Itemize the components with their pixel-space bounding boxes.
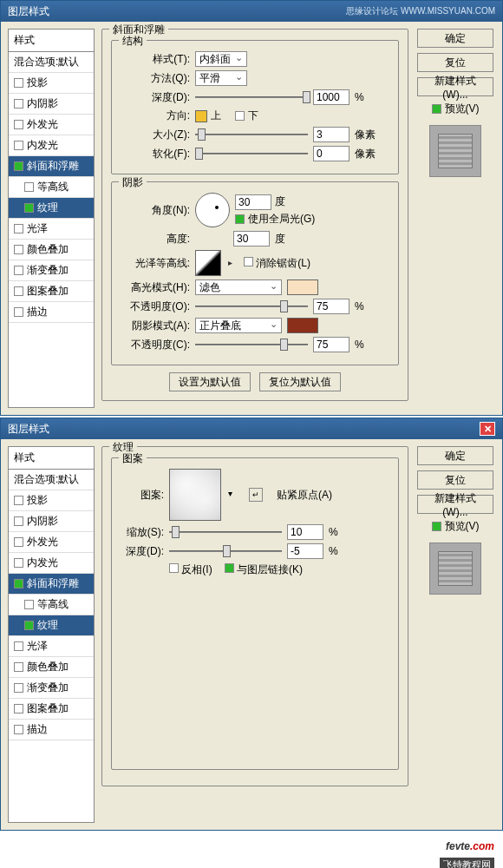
inner-shadow-item[interactable]: 内阴影 bbox=[9, 94, 94, 115]
pattern-title: 图案 bbox=[119, 451, 147, 466]
scale-input[interactable] bbox=[287, 524, 323, 540]
soften-input[interactable] bbox=[313, 146, 349, 161]
link-layer-check[interactable] bbox=[225, 563, 234, 573]
outer-glow-item[interactable]: 外发光 bbox=[9, 532, 94, 553]
preview-check[interactable] bbox=[432, 104, 441, 114]
depth-label: 深度(D): bbox=[121, 544, 164, 559]
invert-check[interactable] bbox=[169, 563, 179, 573]
pattern-overlay-item[interactable]: 图案叠加 bbox=[9, 699, 94, 720]
depth-input[interactable] bbox=[313, 89, 349, 105]
shadow-opacity-slider[interactable] bbox=[195, 339, 308, 351]
satin-item[interactable]: 光泽 bbox=[9, 219, 94, 240]
new-style-button[interactable]: 新建样式(W)... bbox=[417, 495, 493, 514]
ok-button[interactable]: 确定 bbox=[417, 446, 493, 465]
bevel-item[interactable]: 斜面和浮雕 bbox=[9, 156, 94, 177]
contour-item[interactable]: 等高线 bbox=[9, 595, 94, 615]
titlebar: 图层样式 思缘设计论坛 WWW.MISSYUAN.COM bbox=[1, 1, 502, 22]
highlight-opacity-slider[interactable] bbox=[195, 300, 308, 312]
dir-down-radio[interactable] bbox=[235, 111, 245, 121]
pattern-picker[interactable] bbox=[169, 469, 221, 521]
depth-label: 深度(D): bbox=[121, 90, 190, 105]
highlight-color-swatch[interactable] bbox=[287, 279, 318, 295]
blend-options-item[interactable]: 混合选项:默认 bbox=[9, 470, 94, 490]
ok-button[interactable]: 确定 bbox=[417, 29, 493, 48]
new-style-button[interactable]: 新建样式(W)... bbox=[417, 77, 493, 96]
highlight-mode-select[interactable]: 滤色 bbox=[195, 279, 282, 295]
dir-up-radio[interactable] bbox=[195, 110, 207, 122]
blend-options-item[interactable]: 混合选项:默认 bbox=[9, 52, 94, 73]
cancel-button[interactable]: 复位 bbox=[417, 470, 493, 490]
preview-check[interactable] bbox=[432, 522, 441, 531]
outer-glow-item[interactable]: 外发光 bbox=[9, 115, 94, 135]
grad-overlay-item[interactable]: 渐变叠加 bbox=[9, 678, 94, 699]
method-select[interactable]: 平滑 bbox=[195, 70, 247, 86]
titlebar: 图层样式 ✕ bbox=[1, 418, 502, 439]
style-list-header: 样式 bbox=[9, 447, 94, 470]
drop-shadow-item[interactable]: 投影 bbox=[9, 73, 94, 94]
shading-title: 阴影 bbox=[119, 175, 147, 190]
side-buttons: 确定 复位 新建样式(W)... 预览(V) bbox=[415, 29, 495, 408]
style-label: 样式(T): bbox=[121, 52, 190, 67]
pattern-overlay-item[interactable]: 图案叠加 bbox=[9, 281, 94, 302]
direction-label: 方向: bbox=[121, 108, 190, 123]
depth-slider[interactable] bbox=[195, 91, 308, 103]
preview-thumbnail bbox=[429, 542, 481, 595]
layer-style-dialog-1: 图层样式 思缘设计论坛 WWW.MISSYUAN.COM 样式 混合选项:默认 … bbox=[0, 0, 503, 416]
drop-shadow-item[interactable]: 投影 bbox=[9, 490, 94, 511]
snap-origin-label[interactable]: 贴紧原点(A) bbox=[277, 488, 332, 503]
style-list-header: 样式 bbox=[9, 30, 94, 52]
inner-shadow-item[interactable]: 内阴影 bbox=[9, 511, 94, 532]
stroke-item[interactable]: 描边 bbox=[9, 302, 94, 323]
preview-thumbnail bbox=[429, 125, 481, 177]
shadow-opacity-input[interactable] bbox=[313, 337, 349, 352]
depth-input[interactable] bbox=[287, 543, 323, 559]
grad-overlay-item[interactable]: 渐变叠加 bbox=[9, 260, 94, 281]
cancel-button[interactable]: 复位 bbox=[417, 53, 493, 72]
shadow-mode-label: 阴影模式(A): bbox=[121, 319, 190, 333]
inner-glow-item[interactable]: 内发光 bbox=[9, 553, 94, 574]
bevel-group: 斜面和浮雕 结构 样式(T):内斜面 方法(Q):平滑 深度(D):% 方向:上… bbox=[101, 29, 408, 401]
make-default-button[interactable]: 设置为默认值 bbox=[169, 372, 251, 391]
shadow-opacity-label: 不透明度(C): bbox=[121, 338, 190, 352]
shading-group: 阴影 角度(N): 度 使用全局光(G) 高度:度 光泽等高线: 消除锯齿(L)… bbox=[111, 181, 399, 365]
scale-slider[interactable] bbox=[169, 526, 282, 538]
soften-slider[interactable] bbox=[195, 148, 308, 160]
size-slider[interactable] bbox=[195, 128, 308, 141]
snap-origin-button[interactable]: ↵ bbox=[249, 488, 263, 502]
inner-glow-item[interactable]: 内发光 bbox=[9, 135, 94, 156]
depth-slider[interactable] bbox=[169, 545, 282, 557]
main-panel: 纹理 图案 图案: ↵ 贴紧原点(A) 缩放(S):% 深度(D):% 反相(I… bbox=[101, 446, 408, 823]
close-icon[interactable]: ✕ bbox=[480, 422, 495, 436]
angle-dial[interactable] bbox=[195, 193, 230, 227]
highlight-opacity-input[interactable] bbox=[313, 299, 349, 314]
method-label: 方法(Q): bbox=[121, 71, 190, 86]
soften-label: 软化(F): bbox=[121, 147, 190, 161]
dialog-title: 图层样式 bbox=[8, 422, 49, 437]
color-overlay-item[interactable]: 颜色叠加 bbox=[9, 657, 94, 678]
satin-item[interactable]: 光泽 bbox=[9, 636, 94, 657]
gloss-contour-label: 光泽等高线: bbox=[121, 256, 190, 271]
global-light-check[interactable] bbox=[235, 214, 245, 224]
watermark-text: 思缘设计论坛 WWW.MISSYUAN.COM bbox=[346, 5, 495, 17]
style-list: 样式 混合选项:默认 投影 内阴影 外发光 内发光 斜面和浮雕 等高线 纹理 光… bbox=[8, 446, 95, 823]
shadow-color-swatch[interactable] bbox=[287, 318, 318, 333]
main-panel: 斜面和浮雕 结构 样式(T):内斜面 方法(Q):平滑 深度(D):% 方向:上… bbox=[101, 29, 408, 408]
angle-input[interactable] bbox=[235, 194, 271, 210]
altitude-input[interactable] bbox=[233, 231, 270, 247]
reset-default-button[interactable]: 复位为默认值 bbox=[259, 372, 341, 391]
texture-item[interactable]: 纹理 bbox=[9, 198, 94, 219]
side-buttons: 确定 复位 新建样式(W)... 预览(V) bbox=[415, 446, 495, 823]
color-overlay-item[interactable]: 颜色叠加 bbox=[9, 240, 94, 260]
stroke-item[interactable]: 描边 bbox=[9, 720, 94, 740]
contour-item[interactable]: 等高线 bbox=[9, 177, 94, 198]
size-input[interactable] bbox=[313, 127, 349, 142]
gloss-contour-picker[interactable] bbox=[195, 250, 221, 276]
shadow-mode-select[interactable]: 正片叠底 bbox=[195, 318, 282, 333]
style-select[interactable]: 内斜面 bbox=[195, 51, 247, 67]
texture-item[interactable]: 纹理 bbox=[9, 615, 94, 636]
structure-group: 结构 样式(T):内斜面 方法(Q):平滑 深度(D):% 方向:上下 大小(Z… bbox=[111, 40, 399, 174]
scale-label: 缩放(S): bbox=[121, 525, 164, 540]
bevel-item[interactable]: 斜面和浮雕 bbox=[9, 574, 94, 595]
antialias-check[interactable] bbox=[244, 257, 253, 266]
pattern-label: 图案: bbox=[121, 488, 164, 503]
